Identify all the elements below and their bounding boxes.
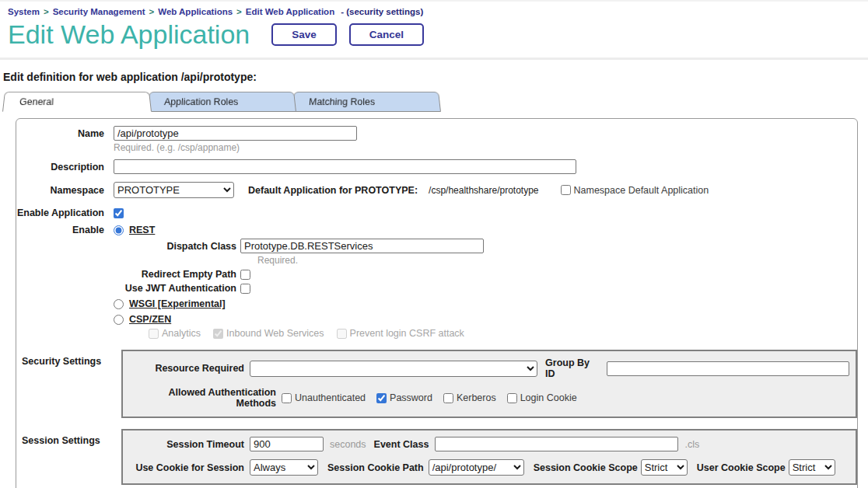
tab-strip: General Application Roles Matching Roles <box>2 91 868 112</box>
cancel-button[interactable]: Cancel <box>349 23 424 46</box>
dispatch-class-label: Dispatch Class <box>114 241 236 252</box>
breadcrumb-suffix: - (security settings) <box>341 7 423 16</box>
description-row: Description <box>16 159 857 174</box>
name-hint: Required. (e.g. /csp/appname) <box>114 141 857 153</box>
analytics-checkbox-label: Analytics <box>162 328 201 339</box>
session-timeout-label: Session Timeout <box>129 439 244 450</box>
password-label: Password <box>390 392 432 403</box>
kerberos-label: Kerberos <box>457 392 496 403</box>
breadcrumb-separator: > <box>149 7 155 16</box>
dispatch-class-input[interactable] <box>240 239 484 253</box>
breadcrumb-separator: > <box>44 7 49 16</box>
resource-required-row: Resource Required Group By ID <box>129 357 849 379</box>
cspzen-radio[interactable] <box>114 315 124 325</box>
cspzen-link[interactable]: CSP/ZEN <box>129 314 171 325</box>
seconds-unit: seconds <box>330 439 366 450</box>
breadcrumb: System>Security Management>Web Applicati… <box>0 2 868 18</box>
unauthenticated-option[interactable]: Unauthenticated <box>282 392 366 403</box>
namespace-default-application-checkbox[interactable] <box>561 185 571 195</box>
namespace-row: Namespace PROTOTYPE Default Application … <box>16 182 857 198</box>
breadcrumb-link-edit-web-application[interactable]: Edit Web Application <box>246 7 334 16</box>
group-by-id-input[interactable] <box>607 361 849 376</box>
rest-link[interactable]: REST <box>129 225 155 235</box>
tab-matching-roles[interactable]: Matching Roles <box>292 92 441 112</box>
use-jwt-row: Use JWT Authentication <box>16 283 857 294</box>
general-tab-panel: Name Required. (e.g. /csp/appname) Descr… <box>16 118 858 488</box>
namespace-default-application-checkbox-label: Namespace Default Application <box>574 185 709 196</box>
dispatch-class-row: Dispatch Class <box>16 239 857 253</box>
session-timeout-row: Session Timeout seconds Event Class .cls <box>129 437 849 451</box>
tab-general[interactable]: General <box>2 92 152 112</box>
namespace-default-application-option[interactable]: Namespace Default Application <box>561 185 709 196</box>
inbound-web-services-checkbox-label: Inbound Web Services <box>226 328 324 339</box>
enable-label: Enable <box>16 225 104 235</box>
auth-methods-label: Allowed Authentication Methods <box>129 387 276 409</box>
event-class-label: Event Class <box>374 439 429 450</box>
default-application-label: Default Application for PROTOTYPE: <box>248 185 418 196</box>
name-input[interactable] <box>114 126 357 141</box>
namespace-label: Namespace <box>16 185 104 196</box>
session-timeout-input[interactable] <box>250 437 324 451</box>
default-application-value: /csp/healthshare/prototype <box>429 185 538 196</box>
resource-required-select[interactable] <box>250 361 537 377</box>
cspzen-row: CSP/ZEN <box>16 314 857 325</box>
use-jwt-checkbox[interactable] <box>240 284 250 294</box>
breadcrumb-link-web-applications[interactable]: Web Applications <box>158 7 233 16</box>
enable-application-label: Enable Application <box>16 207 104 218</box>
session-cookie-path-label: Session Cookie Path <box>327 462 424 473</box>
tab-application-roles[interactable]: Application Roles <box>147 92 296 112</box>
analytics-checkbox <box>149 329 159 339</box>
kerberos-option[interactable]: Kerberos <box>443 392 496 403</box>
redirect-empty-path-label: Redirect Empty Path <box>114 269 236 280</box>
page-header: System>Security Management>Web Applicati… <box>0 0 868 60</box>
session-settings-row: Session Settings Session Timeout seconds… <box>16 429 857 485</box>
login-cookie-label: Login Cookie <box>520 392 577 403</box>
name-label: Name <box>16 128 104 139</box>
event-class-input[interactable] <box>435 437 678 451</box>
csp-sub-options-row: Analytics Inbound Web Services Prevent l… <box>16 328 857 339</box>
namespace-select[interactable]: PROTOTYPE <box>114 182 234 198</box>
wsgi-link[interactable]: WSGI [Experimental] <box>129 298 226 309</box>
unauthenticated-label: Unauthenticated <box>295 392 366 403</box>
user-cookie-scope-label: User Cookie Scope <box>697 462 786 473</box>
use-cookie-select[interactable]: Always <box>250 459 318 476</box>
save-button[interactable]: Save <box>271 23 337 46</box>
breadcrumb-separator: > <box>236 7 242 16</box>
password-option[interactable]: Password <box>376 392 432 403</box>
login-cookie-option[interactable]: Login Cookie <box>507 392 577 403</box>
resource-required-label: Resource Required <box>129 363 244 374</box>
session-settings-panel: Session Timeout seconds Event Class .cls… <box>121 429 857 485</box>
prevent-csrf-checkbox <box>337 329 347 339</box>
prevent-csrf-checkbox-label: Prevent login CSRF attack <box>350 328 464 339</box>
auth-methods-row: Allowed Authentication Methods Unauthent… <box>129 387 849 409</box>
use-cookie-label: Use Cookie for Session <box>129 462 244 473</box>
description-label: Description <box>16 162 104 173</box>
rest-radio[interactable] <box>114 225 124 235</box>
breadcrumb-link-system[interactable]: System <box>8 7 40 16</box>
security-settings-panel: Resource Required Group By ID Allowed Au… <box>121 350 857 418</box>
inbound-web-services-checkbox <box>213 329 223 339</box>
enable-application-checkbox[interactable] <box>114 208 124 218</box>
login-cookie-checkbox[interactable] <box>507 393 517 403</box>
name-row: Name <box>16 126 857 141</box>
cls-unit: .cls <box>684 439 699 450</box>
kerberos-checkbox[interactable] <box>443 393 453 403</box>
unauthenticated-checkbox[interactable] <box>282 393 292 403</box>
session-cookie-scope-select[interactable]: Strict <box>641 459 688 476</box>
user-cookie-scope-select[interactable]: Strict <box>789 459 835 476</box>
wsgi-radio[interactable] <box>114 299 124 309</box>
redirect-empty-path-checkbox[interactable] <box>240 270 250 280</box>
security-settings-label: Security Settings <box>16 350 104 367</box>
session-cookie-path-select[interactable]: /api/prototype/ <box>429 459 524 476</box>
wsgi-row: WSGI [Experimental] <box>16 298 857 309</box>
description-input[interactable] <box>114 159 576 174</box>
group-by-id-label: Group By ID <box>545 357 600 379</box>
security-settings-row: Security Settings Resource Required Grou… <box>16 350 857 418</box>
session-cookie-scope-label: Session Cookie Scope <box>534 462 638 473</box>
breadcrumb-link-security-management[interactable]: Security Management <box>53 7 145 16</box>
use-jwt-label: Use JWT Authentication <box>114 283 236 294</box>
dispatch-class-hint: Required. <box>257 253 857 266</box>
password-checkbox[interactable] <box>376 393 387 403</box>
page-title: Edit Web Application <box>8 19 250 50</box>
session-settings-label: Session Settings <box>16 429 104 446</box>
